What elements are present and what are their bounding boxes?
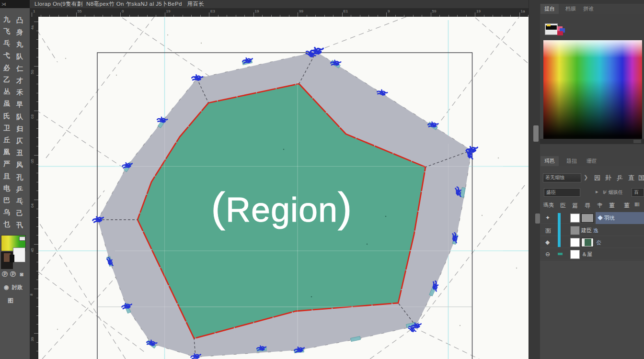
svg-text:(Region): (Region) xyxy=(211,183,353,231)
